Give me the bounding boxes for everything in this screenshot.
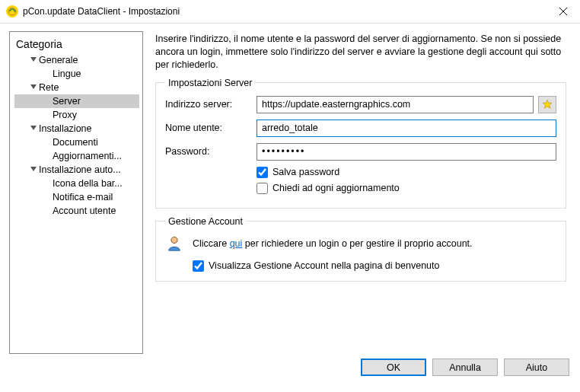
server-settings-legend: Impostazioni Server: [165, 78, 255, 88]
account-text-before: Cliccare: [193, 238, 230, 249]
ok-button[interactable]: OK: [361, 359, 426, 376]
save-password-label: Salva password: [272, 167, 339, 177]
tree-item[interactable]: Documenti: [14, 135, 139, 149]
tree-item-label: Rete: [39, 82, 138, 93]
username-row: Nome utente:: [165, 120, 556, 137]
server-settings-group: Impostazioni Server Indirizzo server: No…: [155, 78, 566, 209]
footer-buttons: OK Annulla Aiuto: [0, 359, 580, 384]
tree-item[interactable]: Lingue: [14, 67, 139, 81]
content-area: Categoria GeneraleLingueReteServerProxyI…: [0, 24, 580, 359]
username-input[interactable]: [257, 120, 556, 137]
tree-item-label: Documenti: [53, 137, 138, 148]
star-icon: [542, 99, 553, 110]
save-password-row: Salva password: [257, 167, 556, 178]
main-panel: Inserire l'indirizzo, il nome utente e l…: [143, 31, 571, 354]
tree-item-label: Server: [53, 96, 138, 107]
password-row: Password:: [165, 143, 556, 161]
show-account-mgmt-label: Visualizza Gestione Account nella pagina…: [209, 260, 439, 271]
save-password-checkbox[interactable]: [257, 167, 268, 178]
account-text-row: Cliccare qui per richiedere un login o p…: [165, 234, 556, 253]
tree-item[interactable]: Notifica e-mail: [14, 190, 139, 204]
tree-item-label: Installazione: [39, 123, 138, 134]
svg-marker-8: [543, 100, 552, 108]
ask-every-update-checkbox[interactable]: [257, 183, 268, 194]
username-label: Nome utente:: [165, 123, 257, 133]
tree-item-label: Proxy: [53, 110, 138, 120]
chevron-down-icon: [28, 167, 39, 173]
intro-text: Inserire l'indirizzo, il nome utente e l…: [155, 33, 566, 72]
tree-item-label: Lingue: [53, 69, 138, 79]
sidebar-title: Categoria: [16, 38, 138, 50]
tree-item-label: Account utente: [53, 206, 138, 216]
server-address-label: Indirizzo server:: [165, 99, 257, 110]
password-input[interactable]: [257, 143, 556, 161]
tree-item-label: Installazione auto...: [39, 164, 138, 175]
tree-item[interactable]: Account utente: [14, 204, 139, 218]
show-account-mgmt-checkbox[interactable]: [193, 260, 204, 272]
tree-item[interactable]: Icona della bar...: [14, 177, 139, 190]
ask-every-update-row: Chiedi ad ogni aggiornamento: [257, 183, 556, 194]
tree-item[interactable]: Rete: [14, 81, 139, 94]
window-title: pCon.update DataClient - Impostazioni: [23, 6, 180, 17]
tree-item-label: Aggiornamenti...: [53, 151, 138, 161]
server-address-row: Indirizzo server:: [165, 96, 556, 113]
account-text-after: per richiedere un login o per gestire il…: [242, 238, 472, 249]
category-tree: GeneraleLingueReteServerProxyInstallazio…: [14, 53, 139, 218]
help-button[interactable]: Aiuto: [504, 359, 569, 376]
chevron-down-icon: [28, 57, 39, 63]
server-address-input[interactable]: [257, 96, 534, 113]
app-icon: [6, 5, 18, 18]
account-management-group: Gestione Account Cliccare qui per richie…: [155, 216, 566, 282]
ask-every-update-label: Chiedi ad ogni aggiornamento: [272, 183, 400, 193]
tree-item[interactable]: Installazione: [14, 122, 139, 135]
account-link[interactable]: qui: [230, 238, 243, 249]
cancel-button[interactable]: Annulla: [432, 359, 498, 376]
svg-marker-4: [30, 57, 37, 62]
chevron-down-icon: [28, 126, 39, 132]
svg-point-9: [171, 237, 177, 243]
show-account-mgmt-row: Visualizza Gestione Account nella pagina…: [193, 260, 556, 272]
category-sidebar: Categoria GeneraleLingueReteServerProxyI…: [9, 31, 143, 354]
titlebar: pCon.update DataClient - Impostazioni: [0, 0, 580, 24]
tree-item-label: Icona della bar...: [53, 178, 138, 189]
favorite-button[interactable]: [538, 96, 556, 113]
person-icon: [165, 234, 183, 253]
svg-marker-6: [30, 126, 37, 130]
svg-marker-7: [30, 167, 37, 171]
account-management-legend: Gestione Account: [165, 216, 246, 227]
account-text: Cliccare qui per richiedere un login o p…: [193, 238, 473, 249]
tree-item[interactable]: Server: [14, 94, 139, 108]
tree-item-label: Generale: [39, 55, 138, 65]
password-label: Password:: [165, 146, 257, 157]
tree-item[interactable]: Aggiornamenti...: [14, 149, 139, 163]
svg-marker-5: [30, 84, 37, 89]
tree-item-label: Notifica e-mail: [53, 192, 138, 202]
chevron-down-icon: [28, 84, 39, 91]
tree-item[interactable]: Installazione auto...: [14, 163, 139, 177]
tree-item[interactable]: Generale: [14, 53, 139, 67]
close-icon: [559, 8, 567, 15]
close-button[interactable]: [546, 0, 580, 23]
tree-item[interactable]: Proxy: [14, 108, 139, 122]
